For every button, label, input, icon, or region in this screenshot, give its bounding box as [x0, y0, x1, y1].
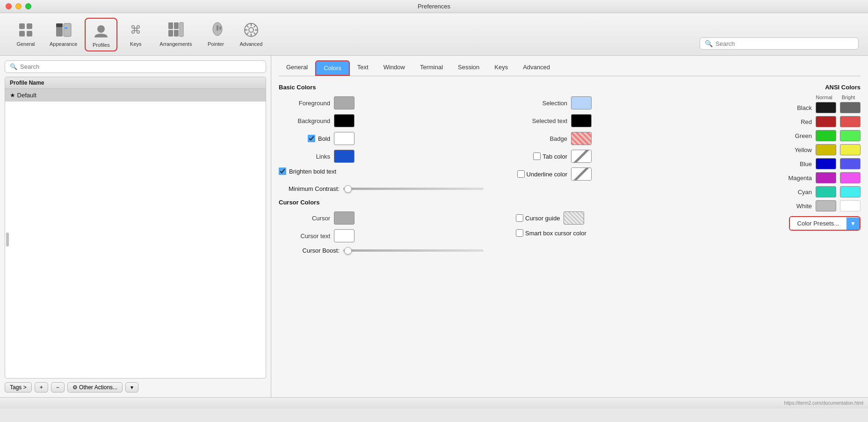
- tab-color-swatch[interactable]: [571, 150, 592, 163]
- links-swatch[interactable]: [334, 150, 354, 163]
- tab-window[interactable]: Window: [376, 60, 412, 76]
- bold-checkbox[interactable]: [308, 135, 315, 142]
- svg-rect-17: [219, 26, 221, 30]
- toolbar-search-input[interactable]: [716, 40, 854, 47]
- tab-advanced[interactable]: Advanced: [515, 60, 557, 76]
- add-profile-button[interactable]: +: [35, 382, 48, 393]
- ansi-red-bright[interactable]: [840, 116, 861, 127]
- svg-rect-10: [168, 22, 173, 29]
- ansi-white-bright[interactable]: [840, 200, 861, 211]
- ansi-blue-bright[interactable]: [840, 158, 861, 169]
- brighten-bold-label[interactable]: Brighten bold text: [279, 167, 336, 175]
- ansi-yellow-bright[interactable]: [840, 144, 861, 155]
- selected-text-row: Selected text: [516, 114, 739, 127]
- color-presets-label: Color Presets...: [790, 217, 847, 230]
- close-button[interactable]: [6, 3, 12, 9]
- svg-point-8: [97, 25, 105, 33]
- underline-color-checkbox-label[interactable]: Underline color: [516, 170, 567, 178]
- toolbar-item-advanced[interactable]: Advanced: [234, 18, 268, 51]
- selected-text-swatch[interactable]: [571, 114, 592, 127]
- toolbar-item-pointer[interactable]: Pointer: [199, 18, 232, 51]
- ansi-row-blue: Blue: [748, 158, 861, 169]
- zoom-button[interactable]: [25, 3, 31, 9]
- toolbar-item-arrangements[interactable]: Arrangements: [154, 18, 197, 51]
- tab-colors[interactable]: Colors: [315, 60, 350, 76]
- tab-color-checkbox-label[interactable]: Tab color: [516, 153, 567, 160]
- cursor-guide-label: Cursor guide: [525, 215, 560, 222]
- ansi-green-normal[interactable]: [816, 130, 836, 141]
- window-title: Preferences: [418, 3, 450, 10]
- ansi-green-label: Green: [784, 132, 812, 139]
- tab-text[interactable]: Text: [350, 60, 376, 76]
- toolbar-item-appearance[interactable]: Appearance: [44, 18, 83, 51]
- minimum-contrast-thumb[interactable]: [344, 185, 352, 193]
- cursor-guide-swatch[interactable]: [564, 211, 584, 225]
- minimum-contrast-label: Minimum Contrast:: [279, 185, 340, 192]
- smart-box-cursor-checkbox[interactable]: [516, 229, 523, 237]
- remove-profile-button[interactable]: −: [51, 382, 65, 393]
- ansi-header-row: Normal Bright: [748, 95, 861, 100]
- tab-keys[interactable]: Keys: [487, 60, 515, 76]
- ansi-yellow-label: Yellow: [784, 146, 812, 153]
- cursor-boost-track[interactable]: [343, 249, 484, 252]
- ansi-blue-label: Blue: [784, 160, 812, 167]
- background-swatch[interactable]: [334, 114, 354, 127]
- bold-swatch[interactable]: [334, 132, 354, 145]
- window-controls: [6, 3, 31, 9]
- left-search-input[interactable]: [20, 63, 261, 70]
- ansi-magenta-bright[interactable]: [840, 172, 861, 183]
- left-search-box[interactable]: 🔍: [5, 60, 266, 73]
- toolbar-item-general[interactable]: General: [9, 18, 42, 51]
- ansi-black-bright[interactable]: [840, 102, 861, 113]
- smart-box-cursor-row: Smart box cursor color: [516, 229, 739, 237]
- badge-swatch[interactable]: [571, 132, 592, 145]
- minimize-button[interactable]: [15, 3, 22, 9]
- color-presets-arrow-icon[interactable]: ▼: [846, 218, 860, 230]
- toolbar-item-profiles[interactable]: Profiles: [85, 18, 117, 51]
- ansi-cyan-bright[interactable]: [840, 186, 861, 197]
- svg-rect-1: [27, 23, 32, 29]
- bold-checkbox-label[interactable]: Bold: [279, 135, 330, 142]
- selection-swatch[interactable]: [571, 96, 592, 109]
- cursor-boost-thumb[interactable]: [344, 247, 352, 255]
- toolbar-search-box[interactable]: 🔍: [700, 37, 859, 50]
- arrangements-icon: [166, 21, 185, 39]
- search-icon: 🔍: [705, 40, 713, 47]
- tab-color-checkbox[interactable]: [533, 153, 541, 160]
- background-label: Background: [279, 117, 330, 124]
- ansi-yellow-normal[interactable]: [816, 144, 836, 155]
- ansi-black-normal[interactable]: [816, 102, 836, 113]
- svg-rect-14: [180, 22, 183, 36]
- ansi-cyan-normal[interactable]: [816, 186, 836, 197]
- other-actions-dropdown[interactable]: ▾: [125, 382, 138, 393]
- other-actions-button[interactable]: ⚙ Other Actions...: [67, 382, 123, 393]
- ansi-magenta-normal[interactable]: [816, 172, 836, 183]
- ansi-green-bright[interactable]: [840, 130, 861, 141]
- profile-list-header: Profile Name: [5, 77, 266, 89]
- tab-terminal[interactable]: Terminal: [412, 60, 450, 76]
- underline-color-swatch[interactable]: [571, 167, 592, 181]
- cursor-swatch[interactable]: [334, 211, 354, 225]
- tab-session[interactable]: Session: [450, 60, 487, 76]
- cursor-text-row: Cursor text: [279, 229, 502, 242]
- ansi-red-normal[interactable]: [816, 116, 836, 127]
- tab-general[interactable]: General: [279, 60, 315, 76]
- ansi-blue-normal[interactable]: [816, 158, 836, 169]
- foreground-swatch[interactable]: [334, 96, 354, 109]
- color-presets-select[interactable]: Color Presets... ▼: [789, 216, 861, 231]
- basic-two-col: Foreground Background Bold: [279, 96, 739, 185]
- cursor-text-swatch[interactable]: [334, 229, 354, 242]
- ansi-white-label: White: [784, 203, 812, 210]
- toolbar-item-keys[interactable]: ⌘ Keys: [119, 18, 152, 51]
- underline-color-checkbox[interactable]: [517, 170, 525, 178]
- cursor-guide-checkbox-label[interactable]: Cursor guide: [516, 214, 560, 222]
- minimum-contrast-track[interactable]: [343, 188, 484, 190]
- tags-button[interactable]: Tags >: [5, 382, 32, 393]
- smart-box-cursor-checkbox-label[interactable]: Smart box cursor color: [516, 229, 586, 237]
- ansi-white-normal[interactable]: [816, 200, 836, 211]
- brighten-bold-checkbox[interactable]: [279, 167, 286, 175]
- pointer-icon: [206, 21, 225, 39]
- profile-item-default[interactable]: ★ Default: [5, 89, 266, 102]
- ansi-colors-panel: ANSI Colors Normal Bright Black Red: [748, 84, 861, 259]
- cursor-guide-checkbox[interactable]: [516, 214, 523, 222]
